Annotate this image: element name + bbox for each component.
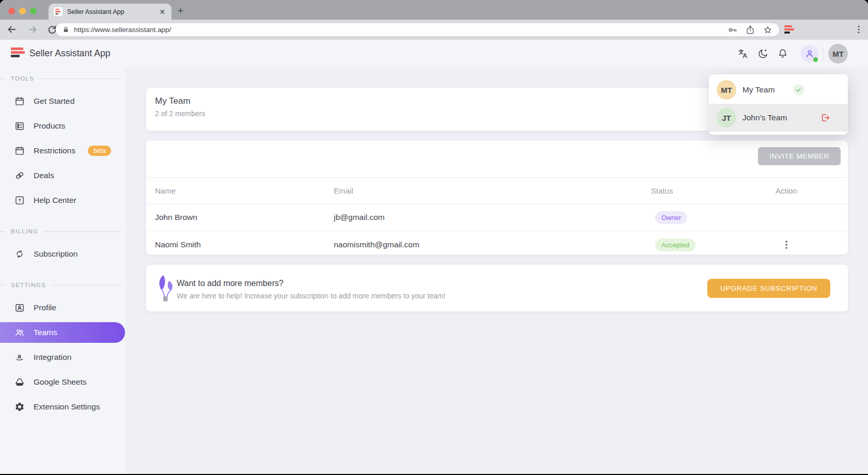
close-window-button[interactable] <box>8 8 15 14</box>
member-email: jb@gmail.com <box>333 204 650 231</box>
member-email: naomismith@gmail.com <box>333 231 650 259</box>
sidebar: TOOLS Get Started Products Restrictions … <box>0 67 125 474</box>
lock-icon <box>62 26 70 34</box>
sidebar-item-help-center[interactable]: ? Help Center <box>0 188 125 213</box>
dropdown-item-my-team[interactable]: MT My Team <box>709 76 848 104</box>
refresh-icon <box>14 249 25 259</box>
sidebar-item-google-sheets[interactable]: Google Sheets <box>0 370 125 394</box>
column-status: Status <box>650 178 775 204</box>
profile-card-icon <box>14 303 25 313</box>
dropdown-item-johns-team[interactable]: JT John’s Team <box>709 104 848 132</box>
key-icon[interactable] <box>727 25 738 35</box>
column-name: Name <box>146 178 333 204</box>
gear-icon <box>14 402 25 412</box>
column-email: Email <box>333 178 650 204</box>
table-header-row: Name Email Status Action <box>146 178 848 204</box>
help-icon: ? <box>14 195 25 205</box>
window-controls <box>8 8 37 14</box>
tab-title: Seller Assistant App <box>67 8 158 15</box>
invite-member-button[interactable]: INVITE MEMBER <box>758 147 841 165</box>
app-title: Seller Assistant App <box>29 40 111 67</box>
status-badge: Owner <box>655 211 687 224</box>
member-name: John Brown <box>146 204 333 231</box>
deals-handshake-icon <box>14 170 25 181</box>
app-header: Seller Assistant App MT <box>0 40 868 67</box>
url-bar[interactable]: https://www.sellerassistant.app/ <box>56 23 779 36</box>
browser-tab[interactable]: Seller Assistant App ✕ <box>49 4 172 20</box>
sidebar-item-integration[interactable]: a Integration <box>0 345 125 370</box>
team-switcher-dropdown: MT My Team JT John’s Team <box>709 74 848 135</box>
upgrade-banner: Want to add more members? We are here to… <box>146 265 848 311</box>
bookmark-star-icon[interactable] <box>763 25 773 35</box>
browser-toolbar: https://www.sellerassistant.app/ <box>0 20 868 40</box>
tab-strip: Seller Assistant App ✕ + <box>0 0 868 20</box>
sidebar-item-extension-settings[interactable]: Extension Settings <box>0 394 125 419</box>
person-icon <box>804 49 815 59</box>
column-action: Action <box>775 178 848 204</box>
sidebar-section-tools: TOOLS <box>0 72 125 85</box>
sidebar-section-settings: SETTINGS <box>0 279 125 291</box>
header-divider <box>823 46 824 61</box>
teams-people-icon <box>14 327 25 338</box>
status-badge: Accepted <box>655 239 695 251</box>
members-table: Name Email Status Action John Brown jb@g… <box>146 177 848 258</box>
minimize-window-button[interactable] <box>19 8 26 14</box>
online-indicator-dot <box>813 57 818 62</box>
calendar-icon <box>14 146 25 156</box>
svg-text:a: a <box>18 353 22 360</box>
feather-plant-icon <box>157 275 174 303</box>
translate-icon[interactable] <box>737 48 749 59</box>
sidebar-item-deals[interactable]: Deals <box>0 163 125 188</box>
notifications-bell-icon[interactable] <box>777 48 788 59</box>
table-row: Naomi Smith naomismith@gmail.com Accepte… <box>146 231 848 259</box>
team-avatar: MT <box>717 80 736 100</box>
share-icon[interactable] <box>745 25 755 35</box>
amazon-icon: a <box>14 352 25 362</box>
sidebar-item-restrictions[interactable]: Restrictions beta <box>0 138 125 163</box>
team-switcher-button[interactable] <box>801 45 818 62</box>
seller-assistant-extension-icon[interactable] <box>784 25 794 34</box>
team-avatar: JT <box>717 108 736 128</box>
banner-subtitle: We are here to help! Increase your subsc… <box>177 292 445 300</box>
sidebar-item-teams[interactable]: Teams <box>0 322 125 343</box>
sidebar-item-subscription[interactable]: Subscription <box>0 242 125 266</box>
browser-window: Seller Assistant App ✕ + https://www.sel… <box>0 0 868 474</box>
user-avatar[interactable]: MT <box>828 44 848 64</box>
banner-title: Want to add more members? <box>177 279 284 288</box>
url-text: https://www.sellerassistant.app/ <box>74 26 720 34</box>
new-tab-button[interactable]: + <box>178 6 183 15</box>
app-logo-icon[interactable] <box>11 48 25 57</box>
team-name: My Team <box>155 96 191 106</box>
members-card: INVITE MEMBER Name Email Status Action <box>146 140 848 255</box>
upgrade-subscription-button[interactable]: UPGRADE SUBSCRIPTION <box>707 279 830 298</box>
app-root: Seller Assistant App MT <box>0 40 868 474</box>
table-row: John Brown jb@gmail.com Owner <box>146 204 848 231</box>
forward-icon[interactable] <box>27 24 38 35</box>
zoom-window-button[interactable] <box>30 8 37 14</box>
sidebar-item-products[interactable]: Products <box>0 114 125 138</box>
sidebar-item-get-started[interactable]: Get Started <box>0 89 125 114</box>
sidebar-section-billing: BILLING <box>0 225 125 237</box>
row-actions-menu-icon[interactable] <box>783 241 790 249</box>
selected-check-icon <box>793 84 804 96</box>
sidebar-item-profile[interactable]: Profile <box>0 295 125 320</box>
back-icon[interactable] <box>6 24 18 35</box>
team-member-count: 2 of 2 members <box>155 109 205 118</box>
beta-badge: beta <box>88 146 111 156</box>
tab-close-icon[interactable]: ✕ <box>158 8 166 16</box>
member-name: Naomi Smith <box>146 231 333 259</box>
google-drive-icon <box>14 377 25 387</box>
leave-team-icon[interactable] <box>820 113 831 123</box>
calendar-icon <box>14 96 25 106</box>
dark-mode-moon-icon[interactable] <box>757 48 769 59</box>
svg-text:?: ? <box>18 198 21 203</box>
products-icon <box>14 121 25 131</box>
screen: Seller Assistant App ✕ + https://www.sel… <box>0 0 868 475</box>
tab-favicon-icon <box>54 7 63 16</box>
browser-menu-icon[interactable] <box>854 24 864 35</box>
